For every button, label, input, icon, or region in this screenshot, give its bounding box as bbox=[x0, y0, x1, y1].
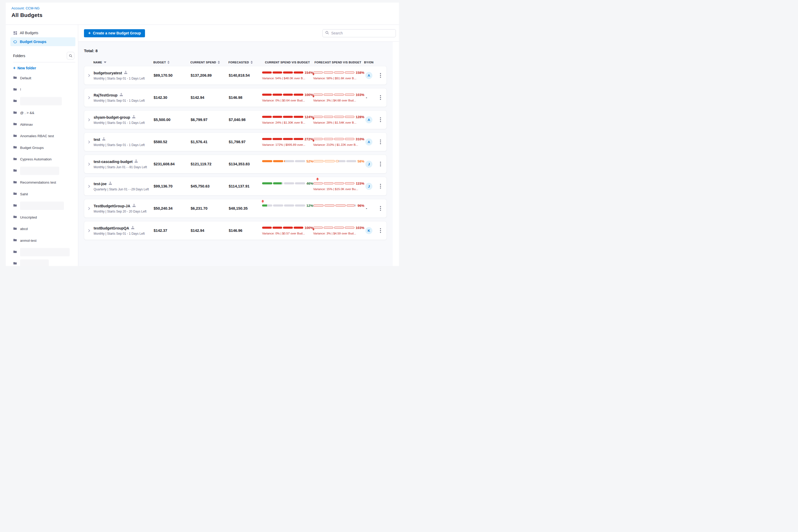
expand-chevron-icon[interactable] bbox=[87, 163, 94, 166]
budget-group-name[interactable]: budgetsuryatest bbox=[94, 71, 122, 75]
budget-group-name[interactable]: test bbox=[94, 137, 100, 141]
total-count: Total: 8 bbox=[84, 49, 399, 53]
folder-item[interactable]: @ . > && bbox=[11, 107, 75, 119]
hierarchy-icon bbox=[124, 71, 128, 75]
sort-desc-icon bbox=[104, 61, 107, 63]
current-variance: Variance: 0% | $0.64 over Bud... bbox=[262, 99, 313, 102]
expand-chevron-icon[interactable] bbox=[87, 74, 94, 77]
folder-item[interactable]: ! bbox=[11, 84, 75, 96]
forecast-vs-budget-bar: 103% bbox=[313, 93, 364, 96]
kebab-menu-icon[interactable] bbox=[378, 72, 383, 79]
forecast-vs-budget-bar: 103% bbox=[313, 226, 364, 229]
table-row[interactable]: TestBudgetGroup-JA Monthly | Starts Sep … bbox=[84, 199, 387, 218]
budget-group-name[interactable]: test-joe bbox=[94, 182, 107, 186]
kebab-menu-icon[interactable] bbox=[378, 160, 383, 167]
budget-group-name[interactable]: testBudgetGroupQA bbox=[94, 226, 129, 230]
table-row[interactable]: RajTestGroup Monthly | Starts Sep 01 - 1… bbox=[84, 88, 387, 107]
by-on-dash: - bbox=[366, 95, 367, 100]
current-variance: Variance: 0% | $0.57 over Bud... bbox=[262, 232, 313, 235]
kebab-menu-icon[interactable] bbox=[378, 227, 383, 234]
budget-group-name[interactable]: shyam-budget-group bbox=[94, 115, 130, 119]
forecast-vs-budget-bar: 158% bbox=[313, 71, 364, 74]
sidebar-item-budget-groups[interactable]: Budget Groups bbox=[11, 37, 75, 46]
expand-chevron-icon[interactable] bbox=[87, 185, 94, 188]
folder-item[interactable] bbox=[11, 258, 75, 266]
folder-name: Recommendations test bbox=[20, 180, 56, 184]
expand-chevron-icon[interactable] bbox=[87, 229, 94, 232]
folder-item[interactable]: Sahil bbox=[11, 188, 75, 200]
folder-item[interactable] bbox=[11, 95, 75, 107]
expand-chevron-icon[interactable] bbox=[87, 140, 94, 144]
kebab-menu-icon[interactable] bbox=[378, 183, 383, 190]
folder-name: Sahil bbox=[20, 192, 28, 196]
forecast-variance: Variance: 3% | $4.68 over Bud... bbox=[313, 99, 364, 102]
budget-group-name[interactable]: RajTestGroup bbox=[94, 93, 118, 97]
folder-name: abcd bbox=[20, 227, 27, 231]
table-area: Total: 8 NAME BUDGET CURRENT SPEND FOREC… bbox=[78, 42, 399, 266]
sidebar-item-all-budgets[interactable]: All Budgets bbox=[11, 28, 75, 37]
expand-chevron-icon[interactable] bbox=[87, 207, 94, 210]
table-row[interactable]: test-cascading-budget Monthly | Starts J… bbox=[84, 155, 387, 173]
divider bbox=[13, 62, 75, 62]
expand-chevron-icon[interactable] bbox=[87, 118, 94, 121]
folder-item[interactable]: Default bbox=[11, 72, 75, 84]
table-row[interactable]: budgetsuryatest Monthly | Starts Sep 01 … bbox=[84, 66, 387, 85]
folder-icon bbox=[13, 122, 17, 127]
kebab-menu-icon[interactable] bbox=[378, 94, 383, 101]
hierarchy-icon bbox=[109, 182, 112, 186]
folder-icon bbox=[13, 157, 17, 162]
budget-group-name[interactable]: test-cascading-budget bbox=[94, 159, 132, 164]
folder-icon bbox=[13, 261, 17, 266]
current-variance bbox=[262, 188, 313, 191]
folder-item[interactable]: Recommendations test bbox=[11, 177, 75, 189]
budget-amount: $89,170.50 bbox=[154, 73, 191, 77]
folder-item[interactable] bbox=[11, 165, 75, 177]
expand-chevron-icon[interactable] bbox=[87, 96, 94, 99]
avatar: A bbox=[365, 116, 373, 124]
column-header-current-vs-budget: CURRENT SPEND V/S BUDGET bbox=[262, 61, 313, 64]
folder-item[interactable]: Budget Groups bbox=[11, 142, 75, 154]
folder-item[interactable]: abcd bbox=[11, 223, 75, 235]
table-row[interactable]: test-joe Quarterly | Starts Jun 01 - -29… bbox=[84, 177, 387, 195]
table-row[interactable]: shyam-budget-group Monthly | Starts Sep … bbox=[84, 110, 387, 129]
budget-group-name[interactable]: TestBudgetGroup-JA bbox=[94, 204, 130, 208]
forecast-variance: Variance: 28% | $1.54K over B... bbox=[313, 121, 364, 124]
folder-icon bbox=[13, 250, 17, 254]
create-budget-group-button[interactable]: + Create a new Budget Group bbox=[84, 29, 145, 37]
new-folder-button[interactable]: + New folder bbox=[13, 65, 75, 71]
table-row[interactable]: testBudgetGroupQA Monthly | Starts Sep 0… bbox=[84, 221, 387, 240]
column-header-budget[interactable]: BUDGET bbox=[153, 61, 190, 64]
folder-name: @ . > && bbox=[20, 111, 34, 115]
forecast-vs-budget-bar: 310% bbox=[313, 137, 364, 141]
folder-item[interactable]: Unscripted bbox=[11, 211, 75, 223]
kebab-menu-icon[interactable] bbox=[378, 138, 383, 145]
folder-item[interactable] bbox=[11, 200, 75, 212]
column-header-forecasted[interactable]: FORECASTED bbox=[228, 61, 262, 64]
by-on-cell: K bbox=[364, 227, 376, 234]
account-breadcrumb-link[interactable]: Account: CCM-NG bbox=[12, 6, 399, 10]
forecast-variance: Variance: 15% | $15.0K over Bu... bbox=[313, 188, 364, 191]
piggy-bank-icon bbox=[13, 40, 17, 44]
avatar: A bbox=[365, 138, 373, 146]
folder-item[interactable]: anmol-test bbox=[11, 235, 75, 246]
folder-item[interactable]: Cypress Automation bbox=[11, 154, 75, 165]
current-vs-budget-bar: 46% bbox=[262, 182, 313, 185]
kebab-menu-icon[interactable] bbox=[378, 205, 383, 212]
alert-bell-icon bbox=[312, 227, 315, 232]
avatar: K bbox=[365, 227, 373, 234]
folder-item[interactable]: Abhinav bbox=[11, 119, 75, 130]
folder-icon bbox=[13, 192, 17, 196]
folder-item[interactable]: Anomalies RBAC test bbox=[11, 130, 75, 142]
search-input[interactable] bbox=[331, 31, 393, 35]
folder-item[interactable] bbox=[11, 246, 75, 258]
budget-period: Monthly | Starts Sep 01 - 1 Days Left bbox=[94, 232, 154, 235]
folder-search-button[interactable] bbox=[67, 52, 74, 59]
column-header-current-spend[interactable]: CURRENT SPEND bbox=[190, 61, 228, 64]
table-row[interactable]: test Monthly | Starts Sep 01 - 1 Days Le… bbox=[84, 132, 387, 151]
alert-bell-icon bbox=[261, 200, 264, 204]
alert-bell-icon bbox=[312, 72, 315, 77]
kebab-menu-icon[interactable] bbox=[378, 116, 383, 123]
column-header-name[interactable]: NAME bbox=[93, 61, 153, 64]
forecasted-amount: $146.96 bbox=[229, 228, 262, 233]
forecasted-amount: $134,353.83 bbox=[229, 162, 262, 166]
